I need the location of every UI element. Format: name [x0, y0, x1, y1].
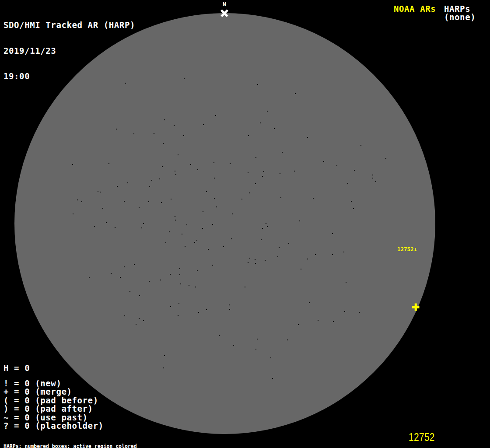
speckle: [216, 206, 217, 207]
speckle: [232, 214, 233, 214]
speckle: [255, 183, 256, 184]
speckle: [277, 256, 278, 257]
speckle: [170, 274, 171, 275]
speckle: [360, 145, 361, 146]
speckle: [282, 152, 283, 153]
speckle: [98, 191, 98, 192]
harp-tracking-view: SDO/HMI Tracked AR (HARP) 2019/11/23 19:…: [0, 0, 490, 448]
cross-icon-bar: [415, 304, 417, 311]
speckle: [248, 135, 249, 136]
speckle: [178, 315, 178, 316]
speckle: [163, 368, 164, 368]
speckle: [344, 311, 345, 312]
observation-date: 2019/11/23: [4, 47, 135, 56]
speckle: [175, 216, 175, 217]
north-pole-label: N: [223, 1, 226, 7]
speckle: [175, 174, 176, 175]
speckle: [194, 242, 195, 243]
speckle: [139, 318, 140, 319]
speckle: [214, 162, 214, 163]
speckle: [130, 291, 130, 292]
speckle: [265, 260, 266, 261]
speckle: [175, 220, 176, 220]
speckle: [249, 192, 250, 193]
speckle: [351, 201, 352, 202]
speckle: [359, 312, 360, 313]
speckle: [197, 169, 198, 170]
speckle: [336, 165, 337, 166]
speckle: [229, 309, 230, 310]
speckle: [180, 284, 181, 284]
noaa-ar-number-label: 12752↓: [397, 246, 417, 252]
speckle: [154, 133, 154, 134]
speckle: [81, 201, 82, 202]
speckle: [223, 246, 224, 247]
speckle: [248, 172, 248, 173]
speckle: [195, 287, 196, 287]
speckle: [73, 214, 74, 214]
speckle: [353, 208, 354, 209]
speckle: [108, 163, 109, 164]
speckle: [245, 287, 245, 287]
speckle: [229, 304, 230, 305]
speckle: [203, 124, 204, 125]
harps-list-empty: (none): [444, 12, 476, 22]
speckle: [256, 157, 256, 158]
speckle: [115, 227, 116, 228]
speckle: [274, 128, 275, 129]
speckle: [347, 183, 348, 184]
speckle: [164, 119, 165, 120]
speckle: [318, 320, 318, 321]
speckle: [231, 238, 232, 239]
speckle: [214, 178, 215, 178]
speckle: [111, 273, 112, 274]
speckle: [94, 226, 95, 227]
speckle: [178, 154, 178, 155]
speckle: [332, 254, 333, 255]
page-title: SDO/HMI Tracked AR (HARP): [4, 21, 135, 30]
speckle: [219, 335, 220, 336]
noaa-ars-heading: NOAA ARs: [394, 4, 436, 14]
speckle: [257, 84, 258, 85]
speckle: [178, 303, 179, 304]
speckle: [230, 163, 231, 164]
speckle: [270, 357, 271, 358]
speckle: [375, 181, 376, 182]
speckle: [263, 171, 264, 172]
speckle: [272, 378, 273, 379]
footer-notes: HARPs: numbered boxes; active region col…: [4, 433, 179, 448]
speckle: [139, 207, 140, 208]
speckle: [288, 243, 289, 244]
speckle: [280, 197, 281, 198]
speckle: [197, 270, 198, 271]
speckle: [179, 274, 180, 275]
speckle: [206, 309, 207, 310]
speckle: [249, 258, 250, 259]
speckle: [183, 135, 184, 136]
speckle: [333, 321, 334, 322]
speckle: [149, 281, 150, 282]
speckle: [233, 345, 234, 346]
speckle: [203, 211, 203, 212]
footer-note-harps: HARPs: numbered boxes; active region col…: [4, 444, 179, 448]
speckle: [189, 285, 189, 286]
speckle: [106, 222, 107, 223]
speckle: [298, 324, 299, 325]
speckle: [77, 200, 78, 200]
speckle: [280, 173, 280, 174]
speckle: [124, 266, 125, 267]
speckle: [257, 339, 258, 340]
speckle: [248, 262, 248, 263]
speckle: [148, 201, 149, 202]
speckle: [206, 191, 207, 192]
speckle: [102, 208, 103, 209]
speckle: [242, 199, 242, 200]
speckle: [255, 263, 256, 264]
speckle: [149, 186, 150, 187]
speckle: [124, 201, 125, 202]
speckle: [260, 122, 261, 123]
legend-item: + = 0 (merge): [4, 388, 104, 396]
speckle: [120, 277, 121, 278]
noaa-ar-list: 12752: [409, 431, 435, 443]
speckle: [299, 220, 300, 221]
